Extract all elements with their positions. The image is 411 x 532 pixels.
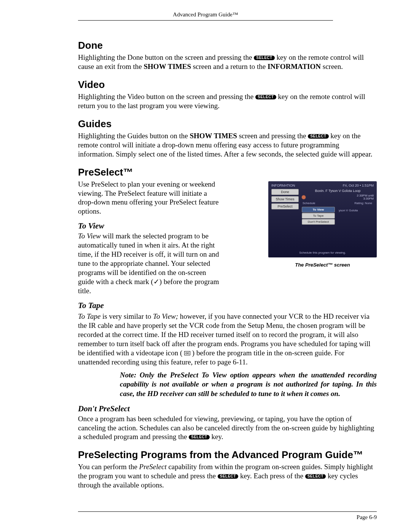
text: Highlighting the Video button on the scr… (78, 93, 255, 101)
preselect-screenshot: INFORMATION Fri, Oct 20 • 1:51PM Done Sh… (268, 181, 377, 257)
heading-preselect: PreSelect™ (78, 166, 377, 178)
text-bold: SHOW TIMES (144, 62, 191, 70)
text: key. (211, 433, 223, 441)
para-preselecting: You can perform the PreSelect capability… (78, 462, 377, 490)
text: screen and a return to the (193, 62, 268, 70)
ss-opt-toview: To View (302, 207, 335, 212)
ss-schedule-label: Schedule (303, 201, 315, 205)
note-preselect: Note: Only the PreSelect To View option … (120, 371, 377, 399)
text-italic: PreSelect (139, 463, 167, 471)
figure-caption: The PreSelect™ screen (268, 262, 377, 268)
text-italic: To View (78, 232, 101, 240)
para-dont-preselect: Once a program has been scheduled for vi… (78, 414, 377, 442)
ss-opt-dont: Don't PreSelect (302, 219, 335, 225)
para-video: Highlighting the Video button on the scr… (78, 92, 377, 110)
heading-video: Video (78, 79, 377, 91)
running-header: Advanced Program Guide™ (78, 11, 333, 21)
ss-rating-label: Rating: None (354, 201, 372, 205)
heading-totape: To Tape (78, 301, 377, 310)
figure-preselect-screen: INFORMATION Fri, Oct 20 • 1:51PM Done Sh… (268, 181, 377, 268)
text: screen. (323, 62, 343, 70)
ss-btn-showtimes: Show Times (271, 196, 299, 202)
ss-footer-text: Schedule this program for viewing. (268, 251, 377, 254)
text-bold: SHOW TIMES (190, 132, 237, 140)
select-key-icon: SELECT (305, 474, 326, 479)
ss-right-col: Boxin. F Tyson V Golota Loop 2:30PM unti… (302, 189, 374, 225)
ss-datetime: Fri, Oct 20 • 1:51PM (343, 184, 374, 187)
ss-info-label: INFORMATION (271, 184, 295, 187)
text: 3:30PM (363, 197, 374, 200)
ss-listing: yson V Golota (336, 206, 358, 225)
select-key-icon: SELECT (308, 134, 328, 139)
text-italic: To Tape (78, 312, 100, 320)
ss-opt-totape: To Tape (302, 213, 335, 219)
ss-program-title: Boxin. F Tyson V Golota Loop (302, 189, 374, 193)
text: 2:30PM until (357, 194, 374, 197)
record-dot-icon (302, 195, 306, 199)
select-key-icon: SELECT (255, 95, 276, 99)
content-area: Done Highlighting the Done button on the… (78, 40, 377, 490)
text: is very similar to (102, 312, 153, 320)
select-key-icon: SELECT (189, 435, 209, 439)
para-guides: Highlighting the Guides button on the SH… (78, 131, 377, 159)
heading-dont-preselect: Don't PreSelect (78, 404, 377, 414)
heading-done: Done (78, 40, 377, 51)
para-toview: To View will mark the selected program t… (78, 232, 223, 296)
para-preselect-intro: Use PreSelect to plan your evening or we… (78, 180, 223, 216)
heading-preselecting-programs: PreSelecting Programs from the Advanced … (78, 449, 377, 461)
text: screen and pressing the (239, 132, 308, 140)
select-key-icon: SELECT (218, 474, 238, 479)
text: Once a program has been scheduled for vi… (78, 415, 374, 441)
heading-guides: Guides (78, 118, 377, 130)
text-italic: To View; (153, 312, 178, 320)
para-done: Highlighting the Done button on the scre… (78, 53, 377, 71)
text-bold: INFORMATION (268, 62, 321, 70)
text: key. Each press of the (240, 472, 305, 480)
page-footer: Page 6-9 (78, 511, 377, 521)
ss-time: 2:30PM until 3:30PM (357, 194, 374, 201)
ss-options: To View To Tape Don't PreSelect (302, 206, 335, 225)
ss-left-col: Done Show Times PreSelect (271, 189, 299, 225)
page-number: Page 6-9 (357, 514, 377, 520)
select-key-icon: SELECT (254, 56, 274, 60)
text: You can perform the (78, 463, 139, 471)
text: Highlighting the Guides button on the (78, 132, 190, 140)
text: will mark the selected program to be aut… (78, 232, 219, 295)
para-totape: To Tape is very similar to To View; howe… (78, 312, 377, 367)
videotape-icon (184, 351, 190, 355)
ss-btn-preselect: PreSelect (271, 203, 299, 209)
ss-btn-done: Done (271, 189, 299, 195)
text: Highlighting the Done button on the scre… (78, 53, 254, 61)
